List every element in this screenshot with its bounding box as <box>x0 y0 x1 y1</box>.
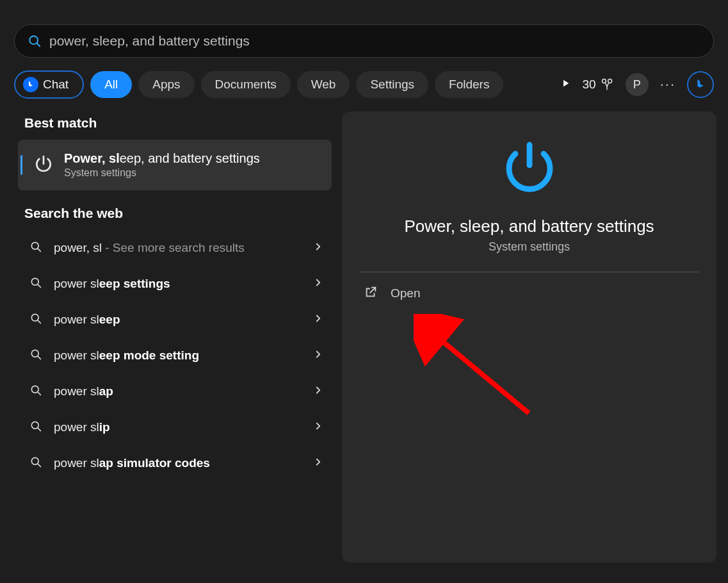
chevron-right-icon <box>312 349 324 363</box>
avatar[interactable]: P <box>626 73 649 96</box>
rewards-points[interactable]: 30 <box>583 78 614 92</box>
chevron-right-icon <box>312 420 324 435</box>
more-menu-icon[interactable]: ··· <box>660 76 675 93</box>
open-label: Open <box>391 286 420 300</box>
search-box[interactable] <box>14 24 714 58</box>
best-match-subtitle: System settings <box>64 167 260 179</box>
power-icon <box>33 154 54 177</box>
svg-point-5 <box>31 242 38 249</box>
chevron-right-icon <box>312 241 324 256</box>
documents-tab[interactable]: Documents <box>201 71 291 98</box>
svg-line-1 <box>37 44 40 47</box>
search-icon <box>29 456 42 471</box>
search-icon <box>29 312 42 327</box>
svg-point-17 <box>31 457 38 464</box>
bing-chat-icon <box>23 77 38 92</box>
folders-tab[interactable]: Folders <box>435 71 503 98</box>
search-web-heading: Search the web <box>24 206 332 221</box>
preview-title: Power, sleep, and battery settings <box>404 217 654 236</box>
rewards-icon <box>600 78 614 92</box>
chevron-right-icon <box>312 384 324 399</box>
svg-line-10 <box>38 320 40 323</box>
svg-point-3 <box>608 79 611 83</box>
web-suggestion[interactable]: power sleep mode setting <box>18 338 332 374</box>
search-icon <box>29 240 42 256</box>
search-icon <box>29 348 42 363</box>
settings-tab[interactable]: Settings <box>356 71 428 98</box>
open-external-icon <box>364 285 378 302</box>
search-icon <box>29 420 42 435</box>
svg-line-6 <box>38 249 40 251</box>
svg-line-8 <box>38 284 40 287</box>
chevron-right-icon <box>312 456 324 471</box>
svg-line-14 <box>38 392 40 395</box>
svg-line-16 <box>38 428 40 431</box>
web-suggestion-text: power sleep settings <box>54 277 312 291</box>
preview-panel: Power, sleep, and battery settings Syste… <box>342 111 716 562</box>
web-suggestion-text: power sleep <box>54 313 312 327</box>
chat-tab-label: Chat <box>43 78 69 92</box>
web-suggestion-text: power slap <box>54 384 312 398</box>
svg-point-7 <box>31 278 38 285</box>
web-suggestion-text: power, sl - See more search results <box>54 241 312 255</box>
apps-tab[interactable]: Apps <box>138 71 194 98</box>
search-input[interactable] <box>49 33 700 49</box>
open-button[interactable]: Open <box>360 272 699 315</box>
search-icon <box>29 384 42 399</box>
search-icon <box>29 276 42 292</box>
svg-point-13 <box>31 386 38 393</box>
web-suggestion-text: power sleep mode setting <box>54 349 312 363</box>
svg-line-12 <box>38 356 40 359</box>
search-icon <box>28 34 42 48</box>
all-tab[interactable]: All <box>90 71 132 98</box>
svg-line-18 <box>38 464 40 466</box>
web-suggestion[interactable]: power slap simulator codes <box>18 445 332 481</box>
preview-subtitle: System settings <box>489 240 570 254</box>
power-icon-large <box>499 137 560 201</box>
chevron-right-icon <box>312 277 324 292</box>
svg-point-9 <box>31 314 38 321</box>
chevron-right-icon <box>312 313 324 327</box>
web-suggestion[interactable]: power slap <box>18 374 332 409</box>
best-match-result[interactable]: Power, sleep, and battery settings Syste… <box>18 140 332 190</box>
web-suggestion-text: power slap simulator codes <box>54 456 312 470</box>
best-match-heading: Best match <box>24 115 332 131</box>
web-suggestion[interactable]: power sleep <box>18 302 332 338</box>
chat-tab[interactable]: Chat <box>14 70 84 99</box>
web-suggestion[interactable]: power, sl - See more search results <box>18 230 332 266</box>
best-match-title: Power, sleep, and battery settings <box>64 151 260 166</box>
web-suggestion-text: power slip <box>54 420 312 434</box>
web-suggestion[interactable]: power sleep settings <box>18 266 332 302</box>
web-suggestion[interactable]: power slip <box>18 409 332 445</box>
web-tab[interactable]: Web <box>297 71 350 98</box>
svg-point-2 <box>602 79 606 83</box>
more-filters-icon[interactable] <box>560 78 571 92</box>
svg-point-15 <box>31 422 38 429</box>
svg-point-11 <box>31 350 38 357</box>
bing-chat-button[interactable] <box>687 71 714 98</box>
